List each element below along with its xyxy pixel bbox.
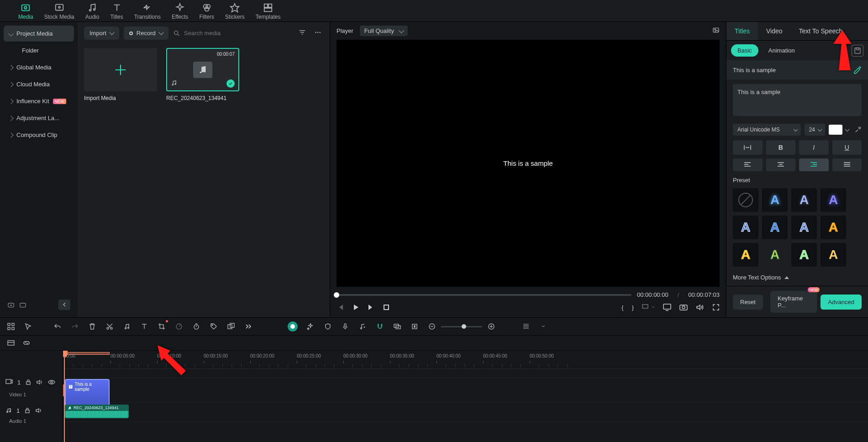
undo-icon[interactable]	[53, 322, 62, 331]
preset-11[interactable]: A	[821, 243, 846, 267]
align-center-button[interactable]	[766, 158, 796, 171]
format-spacing-button[interactable]	[733, 140, 763, 155]
new-folder-icon[interactable]	[7, 301, 15, 309]
search-input[interactable]	[184, 30, 292, 37]
underline-button[interactable]: U	[832, 140, 862, 155]
subtab-basic[interactable]: Basic	[731, 44, 758, 57]
tab-filters[interactable]: Filters	[199, 3, 214, 20]
preset-none[interactable]	[733, 188, 758, 212]
title-text-input[interactable]	[733, 84, 862, 116]
next-frame-button[interactable]	[368, 304, 375, 311]
preset-10[interactable]: A	[791, 243, 817, 267]
expand-tools-icon[interactable]	[244, 322, 253, 331]
sidebar-item-adjustment-layer[interactable]: Adjustment La...	[4, 110, 74, 126]
delete-icon[interactable]	[88, 322, 97, 331]
bold-button[interactable]: B	[766, 140, 796, 155]
inspector-tab-titles[interactable]: Titles	[726, 22, 758, 40]
shield-icon[interactable]	[323, 322, 332, 331]
lock-icon[interactable]	[25, 379, 32, 385]
preset-8[interactable]: A	[733, 243, 758, 267]
camera-icon[interactable]	[679, 304, 688, 311]
folder-icon[interactable]	[19, 301, 26, 309]
sidebar-item-folder[interactable]: Folder	[4, 42, 74, 58]
filter-icon[interactable]	[297, 27, 308, 39]
audio-clip[interactable]: REC_20240623_134941	[65, 405, 129, 418]
tab-titles[interactable]: Titles	[110, 3, 123, 20]
inspector-tab-video[interactable]: Video	[758, 22, 791, 40]
crop-tool-icon[interactable]	[157, 322, 166, 331]
lock-icon[interactable]	[24, 407, 31, 414]
tag-icon[interactable]	[209, 322, 218, 331]
italic-button[interactable]: I	[799, 140, 829, 155]
tab-stickers[interactable]: Stickers	[225, 3, 245, 20]
tab-transitions[interactable]: Transitions	[134, 3, 161, 20]
sidebar-item-cloud-media[interactable]: Cloud Media	[4, 76, 74, 92]
prev-frame-button[interactable]	[337, 304, 344, 311]
title-clip[interactable]: This is a sample	[65, 379, 110, 406]
select-tool-icon[interactable]	[24, 322, 33, 331]
timer-icon[interactable]	[192, 322, 201, 331]
tab-audio[interactable]: Audio	[85, 3, 100, 20]
video-track-header[interactable]: 1	[0, 370, 63, 395]
zoom-slider[interactable]	[441, 326, 482, 327]
sparkle-icon[interactable]	[306, 322, 315, 331]
record-dropdown[interactable]: Record	[124, 26, 168, 40]
text-tool-icon[interactable]	[140, 322, 149, 331]
preset-5[interactable]: A	[762, 216, 788, 239]
music-add-icon[interactable]	[358, 322, 367, 331]
search-media[interactable]	[173, 30, 292, 37]
audio-detach-icon[interactable]	[122, 322, 132, 331]
sidebar-item-compound-clip[interactable]: Compound Clip	[4, 127, 74, 143]
speed-icon[interactable]	[174, 322, 184, 331]
preset-4[interactable]: A	[733, 216, 758, 239]
collapse-sidebar-button[interactable]	[58, 300, 70, 310]
volume-icon[interactable]	[696, 304, 704, 311]
ratio-dropdown[interactable]	[642, 304, 655, 310]
reset-button[interactable]: Reset	[733, 295, 763, 310]
align-right-button[interactable]	[799, 158, 829, 171]
mute-icon[interactable]	[36, 379, 43, 385]
text-color-picker[interactable]	[829, 125, 842, 135]
align-justify-button[interactable]	[832, 158, 862, 171]
timeline-view-icon[interactable]	[6, 338, 16, 347]
magnet-icon[interactable]	[375, 322, 384, 331]
preset-9[interactable]: A	[762, 243, 788, 267]
tab-effects[interactable]: Effects	[172, 3, 188, 20]
timeline-link-icon[interactable]	[22, 338, 31, 347]
audio-track-lane[interactable]: REC_20240623_134941	[63, 403, 868, 422]
more-icon[interactable]	[312, 27, 323, 39]
keyframe-panel-button[interactable]: Keyframe P...NEW	[770, 291, 817, 313]
mark-out-button[interactable]: }	[632, 304, 634, 311]
track-height-icon[interactable]	[521, 322, 531, 331]
mark-in-button[interactable]: {	[621, 304, 623, 311]
advanced-button[interactable]: Advanced	[821, 295, 862, 310]
track-options-chevron-icon[interactable]	[539, 322, 548, 331]
zoom-in-icon[interactable]	[487, 322, 496, 331]
title-track-lane[interactable]: This is a sample	[63, 378, 868, 403]
player-canvas[interactable]: This is a sample	[337, 40, 720, 287]
more-text-options-toggle[interactable]: More Text Options	[733, 274, 862, 281]
timeline-layout-icon[interactable]	[6, 322, 16, 331]
tab-templates[interactable]: Templates	[256, 3, 281, 20]
import-dropdown[interactable]: Import	[84, 26, 119, 40]
tab-stock-media[interactable]: Stock Media	[44, 3, 74, 20]
ai-tool-button[interactable]	[288, 321, 298, 332]
display-icon[interactable]	[663, 304, 671, 311]
align-left-button[interactable]	[733, 158, 763, 171]
preset-1[interactable]: A	[762, 188, 788, 212]
playhead[interactable]	[64, 351, 65, 442]
audio-track-header[interactable]: 1	[0, 401, 63, 420]
sidebar-item-global-media[interactable]: Global Media	[4, 59, 74, 75]
preset-7[interactable]: A	[821, 216, 846, 239]
player-scrubber[interactable]	[337, 294, 631, 296]
visibility-icon[interactable]	[48, 379, 55, 385]
preset-3[interactable]: A	[821, 188, 846, 212]
preset-2[interactable]: A	[791, 188, 817, 212]
play-button[interactable]	[352, 304, 359, 311]
sidebar-item-project-media[interactable]: Project Media	[4, 26, 74, 42]
stop-button[interactable]	[383, 304, 389, 310]
cut-icon[interactable]	[105, 322, 114, 331]
font-size-select[interactable]: 24	[805, 124, 825, 136]
tab-media[interactable]: Media	[18, 3, 33, 20]
link-icon[interactable]	[393, 322, 402, 331]
